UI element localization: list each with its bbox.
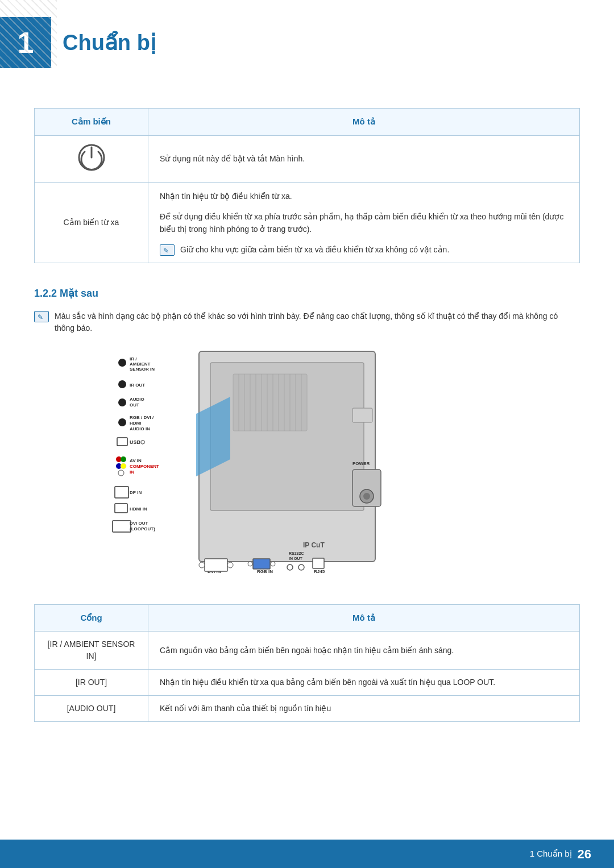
port-name-ir-out: [IR OUT] — [35, 670, 148, 696]
ports-table-header-port: Cổng — [35, 604, 148, 632]
diagram-container: IR / AMBIENT SENSOR IN IR OUT AUDIO OUT … — [34, 346, 580, 590]
ir-ambient-label: IR / — [130, 356, 137, 362]
port-desc-ir-ambient: Cắm nguồn vào bảng cảm biến bên ngoài ho… — [148, 632, 580, 670]
power-text-label: POWER — [352, 461, 370, 466]
table-row: Cảm biến từ xa Nhận tín hiệu từ bộ điều … — [35, 182, 580, 263]
audio-out-label: AUDIO — [130, 397, 144, 402]
footer-text: 1 Chuẩn bị — [530, 848, 572, 861]
monitor-vent — [233, 374, 307, 431]
table-row: [AUDIO OUT] Kết nối với âm thanh của thi… — [35, 696, 580, 722]
rj45-bottom-label: RJ45 — [314, 569, 325, 574]
svg-text:(LOOPOUT): (LOOPOUT) — [130, 526, 155, 531]
svg-text:AMBIENT: AMBIENT — [130, 362, 151, 367]
sensor-note-text: Giữ cho khu vực giữa cảm biến từ xa và đ… — [180, 244, 449, 256]
port-name-ir-ambient: [IR / AMBIENT SENSOR IN] — [35, 632, 148, 670]
sensor-desc-line1: Nhận tín hiệu từ bộ điều khiển từ xa. — [160, 190, 568, 202]
port-name-audio-out: [AUDIO OUT] — [35, 696, 148, 722]
rgb-in-bottom-label: RGB IN — [257, 569, 273, 574]
sensor-table-header-desc: Mô tả — [148, 109, 580, 136]
usb-label: USB⬡ — [130, 439, 145, 445]
usb-port — [117, 438, 127, 446]
rs232c-out-port — [298, 564, 304, 570]
power-icon-cell — [35, 135, 148, 182]
main-content: Cảm biến Mô tả Sử dụng nút này để bật và… — [0, 97, 614, 790]
ir-out-label: IR OUT — [130, 383, 145, 388]
section-122-note-row: Màu sắc và hình dạng các bộ phận có thể … — [34, 310, 580, 334]
section-122-note-text: Màu sắc và hình dạng các bộ phận có thể … — [55, 310, 580, 334]
rs232c-label: RS232C — [289, 551, 304, 555]
dvi-out-port — [113, 521, 131, 532]
dvi-in-circle-r — [227, 562, 233, 568]
ir-ambient-dot — [118, 359, 126, 367]
svg-text:SENSOR IN: SENSOR IN — [130, 367, 155, 372]
note-icon — [160, 244, 175, 256]
section-122-heading: 1.2.2 Mặt sau — [34, 286, 580, 301]
av-dot-green — [121, 456, 126, 462]
rgb-audio-label: RGB / DVI / — [130, 415, 154, 420]
hdmi-in-port — [115, 504, 127, 513]
ip-cut-label: IP CuT — [303, 541, 325, 549]
ports-table-header-desc: Mô tả — [148, 604, 580, 632]
rj45-connector — [313, 558, 324, 568]
page-header: 1 Chuẩn bị — [0, 0, 614, 80]
audio-out-dot — [118, 398, 126, 406]
av-dot-yellow — [121, 463, 126, 469]
sensor-table-header-sensor: Cảm biến — [35, 109, 148, 136]
dp-in-label: DP IN — [130, 490, 142, 495]
hdmi-in-label: HDMI IN — [130, 506, 147, 512]
rs232c-inout-label: IN OUT — [289, 556, 302, 560]
power-socket-inner — [363, 493, 370, 500]
port-desc-audio-out: Kết nối với âm thanh của thiết bị nguồn … — [148, 696, 580, 722]
sensor-table: Cảm biến Mô tả Sử dụng nút này để bật và… — [34, 108, 580, 263]
dvi-in-connector — [205, 559, 227, 571]
note-icon-2 — [34, 311, 49, 322]
rgb-in-circle-r — [271, 562, 275, 566]
dp-in-port — [115, 487, 128, 498]
stripe-background — [0, 0, 57, 68]
port-desc-ir-out: Nhận tín hiệu điều khiển từ xa qua bảng … — [148, 670, 580, 696]
power-button-icon — [77, 143, 106, 172]
table-row: [IR OUT] Nhận tín hiệu điều khiển từ xa … — [35, 670, 580, 696]
av-label: AV IN — [130, 458, 142, 463]
dvi-out-label: DVI OUT — [130, 521, 148, 526]
sensor-note-row: Giữ cho khu vực giữa cảm biến từ xa và đ… — [160, 244, 568, 256]
svg-text:COMPONENT: COMPONENT — [130, 464, 159, 469]
rgb-audio-dot — [118, 418, 126, 426]
sensor-name-cell: Cảm biến từ xa — [35, 182, 148, 263]
back-panel-diagram: IR / AMBIENT SENSOR IN IR OUT AUDIO OUT … — [108, 346, 506, 590]
table-row: Sử dụng nút này để bật và tắt Màn hình. — [35, 135, 580, 182]
ports-table: Cổng Mô tả [IR / AMBIENT SENSOR IN] Cắm … — [34, 604, 580, 722]
dvi-in-circle-l — [199, 562, 205, 568]
svg-text:OUT: OUT — [130, 402, 139, 408]
power-button-description: Sử dụng nút này để bật và tắt Màn hình. — [148, 135, 580, 182]
page-footer: 1 Chuẩn bị 26 — [0, 840, 614, 868]
rgb-in-connector — [253, 559, 270, 569]
footer-page-number: 26 — [578, 845, 591, 863]
sensor-description-cell: Nhận tín hiệu từ bộ điều khiển từ xa. Để… — [148, 182, 580, 263]
sensor-desc-line2: Để sử dụng điều khiển từ xa phía trước s… — [160, 210, 568, 236]
table-row: [IR / AMBIENT SENSOR IN] Cắm nguồn vào b… — [35, 632, 580, 670]
svg-text:IN: IN — [130, 470, 134, 475]
svg-text:AUDIO IN: AUDIO IN — [130, 426, 150, 431]
rs232c-in-port — [287, 564, 293, 570]
av-dot-white — [118, 470, 124, 476]
ir-out-dot — [118, 380, 126, 388]
chapter-title: Chuẩn bị — [63, 27, 156, 59]
svg-text:HDMI: HDMI — [130, 421, 141, 426]
small-connector-box — [352, 408, 372, 422]
rgb-in-circle-l — [248, 562, 252, 566]
